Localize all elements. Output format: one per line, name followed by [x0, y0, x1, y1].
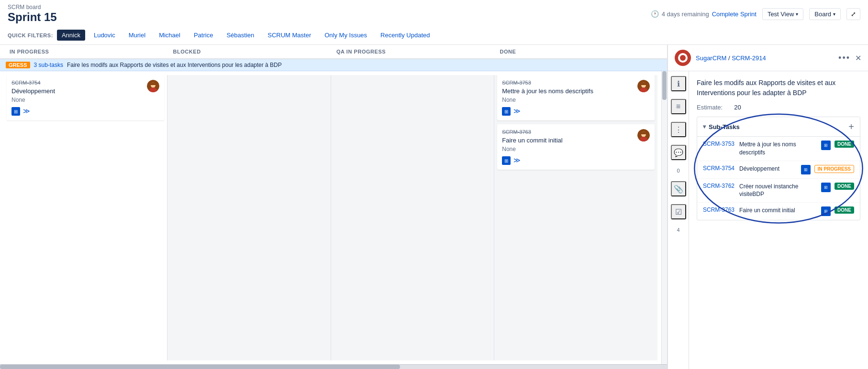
panel-title-area: Faire les modifs aux Rapports de visites…	[689, 71, 868, 102]
checklist-icon-button[interactable]: ☑	[671, 204, 686, 219]
scroll-thumb	[662, 71, 667, 100]
checklist-count: 4	[677, 227, 679, 233]
subtasks-toggle-button[interactable]: ▾ Sub-Tasks	[703, 123, 848, 130]
add-subtask-button[interactable]: +	[848, 122, 854, 131]
column-blocked	[167, 75, 331, 360]
panel-estimate-row: Estimate: 20	[689, 102, 868, 117]
panel-side-icons: ℹ ≡ ⋮ 💬 0 📎 ☑ 4	[668, 71, 689, 369]
attachment-icon-button[interactable]: 📎	[671, 181, 686, 196]
column-in-progress: SCRM-3754 Développement None ⊞ ≫	[4, 75, 167, 360]
subtask-link-3754[interactable]: SCRM-3754	[703, 165, 735, 172]
panel-close-button[interactable]: ✕	[855, 54, 861, 63]
chevron-down-icon: ▾	[796, 11, 798, 17]
avatar	[637, 129, 650, 143]
card-id: SCRM-3763	[502, 129, 650, 135]
col-header-qa-in-progress: QA IN PROGRESS	[331, 45, 494, 58]
board-label: SCRM board	[8, 4, 57, 11]
breadcrumb-issue-id[interactable]: SCRM-2914	[732, 54, 766, 62]
breadcrumb-parent[interactable]: SugarCRM	[696, 54, 726, 62]
subtasks-section: ▾ Sub-Tasks + SCRM-3753 Mettre à jour le…	[697, 117, 860, 220]
avatar	[637, 80, 650, 94]
card-icon-subtask: ⊞	[502, 107, 511, 116]
filter-patrice[interactable]: Patrice	[189, 30, 218, 41]
column-headers: IN PROGRESS BLOCKED QA IN PROGRESS DONE	[0, 45, 667, 59]
column-qa-in-progress	[331, 75, 495, 360]
status-badge-3763: DONE	[835, 206, 854, 214]
col-header-blocked: BLOCKED	[167, 45, 331, 58]
expand-button[interactable]: ⤢	[846, 8, 860, 20]
chevron-down-icon: ▾	[833, 11, 835, 17]
status-badge-3754: IN PROGRESS	[814, 165, 854, 173]
subtask-desc-3762: Créer nouvel instanche visiteBDP	[739, 183, 817, 199]
dots-icon-button[interactable]: ⋮	[671, 122, 686, 137]
header-right: 🕐 4 days remaining Complete Sprint Test …	[651, 8, 860, 20]
comment-count: 0	[677, 168, 679, 174]
card-scrm-3763[interactable]: SCRM-3763 Faire un commit initial None ⊞…	[497, 124, 655, 170]
status-badge-3753: DONE	[835, 141, 854, 148]
sugarcrm-logo	[675, 50, 691, 66]
filter-scrum-master[interactable]: SCRUM Master	[263, 30, 316, 41]
card-none: None	[11, 97, 159, 103]
board-columns: SCRM-3754 Développement None ⊞ ≫	[0, 71, 661, 364]
filter-ludovic[interactable]: Ludovic	[89, 30, 120, 41]
subtask-desc-3763: Faire un commit initial	[739, 206, 817, 215]
card-id: SCRM-3753	[502, 80, 650, 86]
comment-icon-button[interactable]: 💬	[671, 145, 686, 160]
card-none: None	[502, 97, 650, 103]
subtask-row-3762: SCRM-3762 Créer nouvel instanche visiteB…	[697, 179, 860, 203]
test-view-button[interactable]: Test View ▾	[762, 8, 803, 20]
subtask-icon-3762: ⊞	[821, 183, 831, 192]
card-title: Faire un commit initial	[502, 137, 650, 144]
epic-description: Faire les modifs aux Rapports de visites…	[67, 62, 282, 68]
card-id: SCRM-3754	[11, 80, 159, 86]
panel-more-options-button[interactable]: •••	[838, 53, 850, 63]
col-header-done: DONE	[494, 45, 658, 58]
filter-sebastien[interactable]: Sébastien	[222, 30, 259, 41]
filter-michael[interactable]: Michael	[154, 30, 185, 41]
quick-filters-label: QUICK FILTERS:	[8, 33, 53, 38]
filter-recently-updated[interactable]: Recently Updated	[376, 30, 434, 41]
sprint-remaining: 🕐 4 days remaining Complete Sprint	[651, 10, 757, 18]
info-icon-button[interactable]: ℹ	[671, 76, 686, 91]
subtask-link-3753[interactable]: SCRM-3753	[703, 141, 735, 147]
vertical-scrollbar[interactable]	[661, 71, 667, 364]
board-view-button[interactable]: Board ▾	[809, 8, 841, 20]
expand-icon: ⤢	[851, 11, 856, 18]
card-scrm-3753[interactable]: SCRM-3753 Mettre à jour les noms descrip…	[497, 75, 655, 120]
card-icon-arrows: ≫	[513, 107, 521, 116]
clock-icon: 🕐	[651, 10, 659, 18]
estimate-label: Estimate:	[697, 104, 723, 111]
card-footer: ⊞ ≫	[502, 156, 650, 165]
card-icon-subtask: ⊞	[11, 107, 20, 116]
card-none: None	[502, 146, 650, 152]
panel-content: Faire les modifs aux Rapports de visites…	[689, 71, 868, 369]
filter-only-my-issues[interactable]: Only My Issues	[320, 30, 372, 41]
subtasks-box: ▾ Sub-Tasks + SCRM-3753 Mettre à jour le…	[697, 117, 860, 220]
column-done: SCRM-3753 Mettre à jour les noms descrip…	[494, 75, 657, 360]
card-footer: ⊞ ≫	[11, 107, 159, 116]
subtask-row-3754: SCRM-3754 Développement ⊞ IN PROGRESS	[697, 161, 860, 179]
horizontal-scrollbar[interactable]	[0, 364, 667, 369]
filter-icon-button[interactable]: ≡	[671, 99, 686, 114]
card-title: Développement	[11, 87, 159, 95]
sprint-title: Sprint 15	[8, 11, 57, 24]
right-panel: SugarCRM / SCRM-2914 ••• ✕ ℹ ≡ ⋮ 💬 0 📎 ☑	[667, 45, 868, 369]
card-icon-arrows: ≫	[513, 156, 521, 165]
subtask-row-3753: SCRM-3753 Mettre à jour les noms descrip…	[697, 137, 860, 161]
complete-sprint-button[interactable]: Complete Sprint	[712, 11, 757, 18]
h-scroll-thumb	[0, 365, 400, 369]
subtask-icon-3763: ⊞	[821, 206, 831, 216]
col-header-in-progress: IN PROGRESS	[4, 45, 167, 58]
subtask-count-link[interactable]: 3 sub-tasks	[34, 62, 63, 68]
panel-issue-title: Faire les modifs aux Rapports de visites…	[697, 78, 860, 98]
status-badge-3762: DONE	[835, 183, 854, 190]
card-scrm-3754[interactable]: SCRM-3754 Développement None ⊞ ≫	[7, 75, 164, 120]
filter-annick[interactable]: Annick	[57, 30, 85, 41]
filter-muriel[interactable]: Muriel	[124, 30, 150, 41]
subtask-link-3763[interactable]: SCRM-3763	[703, 206, 735, 213]
subtask-icon-3753: ⊞	[821, 141, 831, 150]
card-title: Mettre à jour les noms descriptifs	[502, 87, 650, 95]
epic-tag: GRESS	[6, 62, 30, 68]
estimate-value: 20	[734, 104, 741, 111]
subtask-link-3762[interactable]: SCRM-3762	[703, 183, 735, 189]
